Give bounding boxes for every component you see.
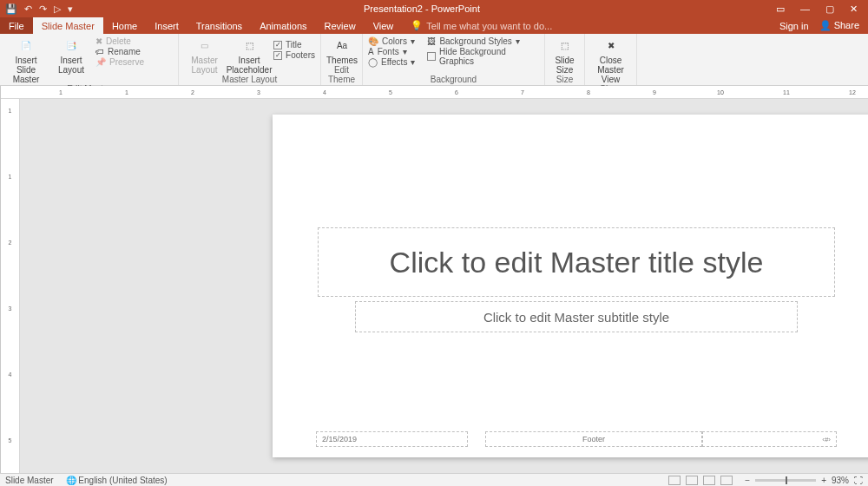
reading-view-icon[interactable] (703, 476, 715, 485)
effects-dropdown[interactable]: ◯ Effects ▾ (368, 57, 415, 67)
hide-bg-graphics-checkbox[interactable]: Hide Background Graphics (427, 47, 539, 66)
slide-canvas[interactable]: Click to edit Master title style Click t… (20, 99, 868, 473)
zoom-level[interactable]: 93% (832, 476, 849, 485)
thumbnail-panel[interactable]: 1 Click to edit Master title style • sec… (0, 86, 1, 473)
tab-animations[interactable]: Animations (251, 17, 315, 34)
footers-checkbox[interactable]: ✓Footers (273, 50, 315, 60)
status-lang[interactable]: 🌐 English (United States) (66, 476, 168, 485)
delete-button: ✖ Delete (95, 36, 144, 46)
slide-size-button[interactable]: ⬚Slide Size (550, 36, 579, 75)
horizontal-ruler[interactable]: 112345678910111213141516 (1, 86, 868, 99)
insert-layout-button[interactable]: 📑Insert Layout (50, 36, 92, 75)
group-edit-theme-label: Edit Theme (326, 65, 357, 84)
qat-redo[interactable]: ↷ (39, 3, 47, 15)
maximize-button[interactable]: ▢ (820, 3, 839, 15)
fit-to-window-button[interactable]: ⛶ (854, 476, 863, 485)
status-mode: Slide Master (5, 476, 54, 485)
fonts-dropdown[interactable]: A Fonts ▾ (368, 47, 415, 56)
title-checkbox[interactable]: ✓Title (273, 40, 315, 49)
vertical-ruler[interactable]: 112345 (1, 99, 20, 473)
group-background-label: Background (368, 75, 539, 84)
tell-me-search[interactable]: 💡Tell me what you want to do... (402, 17, 779, 34)
sorter-view-icon[interactable] (686, 476, 698, 485)
normal-view-icon[interactable] (668, 476, 681, 485)
date-placeholder[interactable]: 2/15/2019 (316, 431, 468, 447)
signin-link[interactable]: Sign in (779, 21, 809, 31)
qat-save[interactable]: 💾 (5, 3, 17, 15)
group-size-label: Size (550, 75, 579, 84)
zoom-out-button[interactable]: − (745, 476, 750, 485)
tab-transitions[interactable]: Transitions (187, 17, 251, 34)
tab-slide-master[interactable]: Slide Master (33, 17, 103, 34)
rename-button[interactable]: 🏷 Rename (95, 47, 144, 56)
share-label: Share (834, 20, 859, 30)
view-buttons[interactable] (668, 476, 733, 485)
qat-undo[interactable]: ↶ (24, 3, 32, 15)
share-button[interactable]: 👤 Share (819, 20, 859, 31)
group-master-layout-label: Master Layout (184, 75, 315, 84)
tab-file[interactable]: File (0, 17, 33, 34)
title-placeholder[interactable]: Click to edit Master title style (318, 227, 835, 297)
background-styles-dropdown[interactable]: 🖼 Background Styles ▾ (427, 36, 539, 46)
close-window-button[interactable]: ✕ (845, 3, 863, 15)
insert-slide-master-button[interactable]: 📄Insert Slide Master (5, 36, 47, 84)
slide-number-placeholder[interactable]: ‹#› (702, 431, 837, 447)
tab-view[interactable]: View (365, 17, 403, 34)
window-title: Presentation2 - PowerPoint (73, 3, 771, 14)
preserve-button: 📌 Preserve (95, 57, 144, 67)
slideshow-view-icon[interactable] (720, 476, 733, 485)
close-master-view-button[interactable]: ✖Close Master View (590, 36, 631, 84)
tab-insert[interactable]: Insert (146, 17, 187, 34)
master-layout-button: ▭Master Layout (184, 36, 225, 75)
themes-button[interactable]: AaThemes (326, 36, 358, 65)
minimize-button[interactable]: — (795, 3, 815, 14)
ribbon-options-icon[interactable]: ▭ (771, 3, 790, 15)
tell-me-placeholder: Tell me what you want to do... (426, 21, 552, 31)
insert-placeholder-button[interactable]: ⬚Insert Placeholder (228, 36, 270, 75)
colors-dropdown[interactable]: 🎨 Colors ▾ (368, 36, 415, 46)
tab-home[interactable]: Home (103, 17, 146, 34)
qat-slideshow[interactable]: ▷ (54, 3, 61, 15)
zoom-in-button[interactable]: + (821, 476, 826, 485)
qat-more[interactable]: ▾ (68, 3, 73, 15)
zoom-slider[interactable] (755, 479, 816, 482)
footer-placeholder[interactable]: Footer (485, 431, 702, 447)
subtitle-placeholder[interactable]: Click to edit Master subtitle style (355, 301, 798, 332)
tab-review[interactable]: Review (316, 17, 365, 34)
slide[interactable]: Click to edit Master title style Click t… (273, 115, 868, 457)
